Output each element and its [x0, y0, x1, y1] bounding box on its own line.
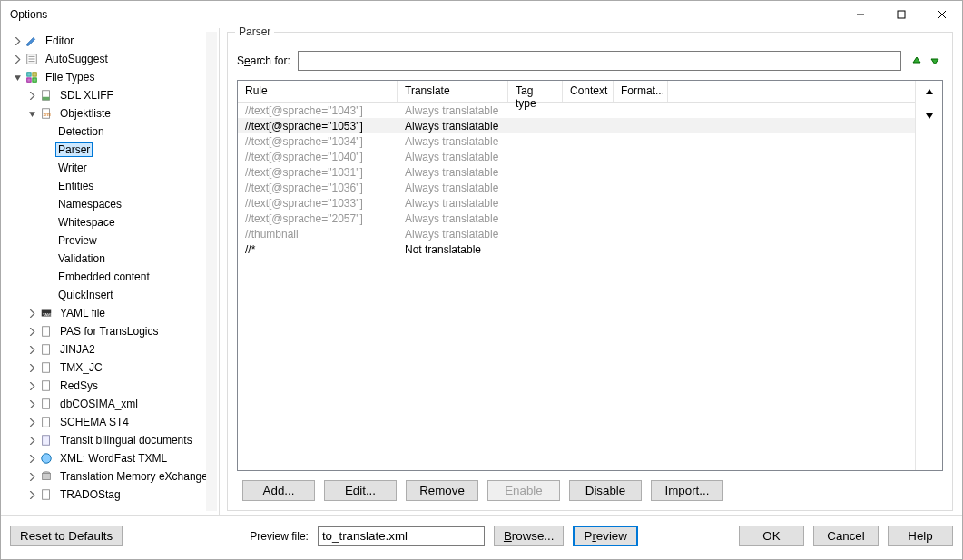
table-row[interactable]: //text[@sprache="1036"]Always translatab…	[238, 180, 915, 195]
help-button[interactable]: Help	[888, 526, 953, 546]
expand-icon[interactable]	[12, 54, 23, 64]
search-label: Search for:	[237, 54, 290, 67]
minimize-button[interactable]	[840, 2, 880, 27]
table-row[interactable]: //text[@sprache="1031"]Always translatab…	[238, 164, 915, 180]
expand-icon[interactable]	[26, 362, 37, 373]
tree-item-dbcosima[interactable]: dbCOSIMA_xml	[5, 395, 219, 413]
maximize-button[interactable]	[880, 2, 921, 27]
tree-item-editor[interactable]: Editor	[5, 32, 219, 50]
table-row[interactable]: //thumbnailAlways translatable	[238, 226, 915, 241]
tree-item-jinja[interactable]: JINJA2	[5, 340, 219, 359]
table-row[interactable]: //text[@sprache="1053"]Always translatab…	[238, 118, 915, 133]
close-button[interactable]	[921, 2, 962, 27]
tree-item-tradostag[interactable]: TRADOStag	[5, 486, 219, 504]
tree-item-filetypes[interactable]: File Types	[5, 68, 219, 86]
tree-item-transit[interactable]: Transit bilingual documents	[5, 431, 219, 449]
expand-icon[interactable]	[26, 308, 37, 319]
collapse-icon[interactable]	[26, 108, 37, 119]
cell-translate: Always translatable	[398, 182, 508, 194]
cell-rule: //thumbnail	[238, 228, 398, 241]
preview-file-input[interactable]	[318, 526, 485, 546]
ok-button[interactable]: OK	[739, 526, 804, 546]
edit-button[interactable]: Edit...	[324, 480, 397, 501]
tree-item-pas[interactable]: PAS for TransLogics	[5, 322, 219, 340]
col-tagtype[interactable]: Tag type	[508, 81, 563, 102]
browse-button[interactable]: Browse...	[494, 526, 565, 546]
tree-item-yaml[interactable]: YAMLYAML file	[5, 304, 219, 322]
navigation-tree[interactable]: Editor AutoSuggest File Types SDL XLIFF …	[1, 28, 220, 515]
table-row[interactable]: //text[@sprache="1033"]Always translatab…	[238, 195, 915, 211]
tree-item-tmexchange[interactable]: Translation Memory eXchange	[5, 467, 219, 486]
move-up-button[interactable]	[909, 53, 925, 69]
col-format[interactable]: Format...	[614, 81, 668, 102]
rules-table[interactable]: Rule Translate Tag type Context Format..…	[238, 81, 915, 470]
tree-item-objektliste[interactable]: xml Objektliste	[5, 104, 219, 123]
doc-icon	[39, 433, 54, 447]
expand-icon[interactable]	[26, 489, 37, 500]
cell-rule: //text[@sprache="1031"]	[238, 166, 398, 179]
expand-icon[interactable]	[26, 326, 37, 337]
row-up-button[interactable]	[923, 86, 936, 102]
svg-rect-13	[43, 97, 50, 101]
tree-scrollbar[interactable]	[206, 32, 217, 511]
table-row[interactable]: //text[@sprache="1043"]Always translatab…	[238, 103, 915, 118]
tree-item-namespaces[interactable]: Namespaces	[5, 195, 219, 213]
expand-icon[interactable]	[26, 344, 37, 355]
expand-icon[interactable]	[26, 435, 37, 446]
table-row[interactable]: //text[@sprache="1040"]Always translatab…	[238, 149, 915, 164]
tree-item-redsys[interactable]: RedSys	[5, 377, 219, 395]
table-row[interactable]: //text[@sprache="2057"]Always translatab…	[238, 211, 915, 226]
cell-rule: //text[@sprache="1053"]	[238, 120, 398, 133]
expand-icon[interactable]	[26, 90, 37, 101]
collapse-icon[interactable]	[12, 72, 23, 83]
svg-text:YAML: YAML	[43, 312, 53, 317]
tree-item-autosuggest[interactable]: AutoSuggest	[5, 50, 219, 68]
add-button[interactable]: Add...	[242, 480, 315, 501]
row-down-button[interactable]	[923, 109, 936, 124]
tree-item-wordfast[interactable]: XML: WordFast TXML	[5, 449, 219, 467]
tree-item-writer[interactable]: Writer	[5, 159, 219, 177]
import-button[interactable]: Import...	[651, 480, 723, 501]
preview-button[interactable]: Preview	[573, 526, 637, 546]
cell-rule: //text[@sprache="1033"]	[238, 197, 398, 210]
expand-icon[interactable]	[12, 35, 23, 46]
disable-button[interactable]: Disable	[569, 480, 642, 501]
tree-item-parser[interactable]: Parser	[5, 141, 219, 159]
tree-item-sdlxliff[interactable]: SDL XLIFF	[5, 86, 219, 104]
tree-item-tmxjc[interactable]: TMX_JC	[5, 359, 219, 377]
tree-item-detection[interactable]: Detection	[5, 123, 219, 141]
tree-item-embedded[interactable]: Embedded content	[5, 268, 219, 286]
col-context[interactable]: Context	[563, 81, 614, 102]
svg-rect-1	[898, 11, 905, 18]
col-rule[interactable]: Rule	[238, 81, 398, 102]
svg-rect-23	[43, 418, 50, 427]
svg-rect-8	[27, 73, 31, 76]
remove-button[interactable]: Remove	[406, 480, 478, 501]
window-title: Options	[10, 8, 840, 21]
col-translate[interactable]: Translate	[398, 81, 508, 102]
reset-button[interactable]: Reset to Defaults	[10, 526, 123, 546]
expand-icon[interactable]	[26, 398, 37, 409]
expand-icon[interactable]	[26, 471, 37, 482]
svg-rect-28	[43, 490, 50, 500]
cell-rule: //*	[238, 243, 398, 256]
expand-icon[interactable]	[26, 380, 37, 391]
file-icon	[39, 88, 54, 103]
expand-icon[interactable]	[26, 417, 37, 427]
cell-translate: Always translatable	[398, 166, 508, 179]
tree-item-preview[interactable]: Preview	[5, 231, 219, 250]
search-input[interactable]	[298, 51, 901, 71]
cell-rule: //text[@sprache="1034"]	[238, 135, 398, 148]
move-down-button[interactable]	[927, 53, 943, 69]
expand-icon[interactable]	[26, 453, 37, 464]
tree-item-whitespace[interactable]: Whitespace	[5, 213, 219, 231]
titlebar: Options	[1, 1, 962, 28]
table-row[interactable]: //*Not translatable	[238, 241, 915, 257]
tree-item-schema[interactable]: SCHEMA ST4	[5, 413, 219, 431]
cancel-button[interactable]: Cancel	[813, 526, 879, 546]
cell-rule: //text[@sprache="2057"]	[238, 212, 398, 225]
tree-item-quickinsert[interactable]: QuickInsert	[5, 286, 219, 304]
tree-item-validation[interactable]: Validation	[5, 250, 219, 268]
table-row[interactable]: //text[@sprache="1034"]Always translatab…	[238, 133, 915, 149]
tree-item-entities[interactable]: Entities	[5, 177, 219, 195]
